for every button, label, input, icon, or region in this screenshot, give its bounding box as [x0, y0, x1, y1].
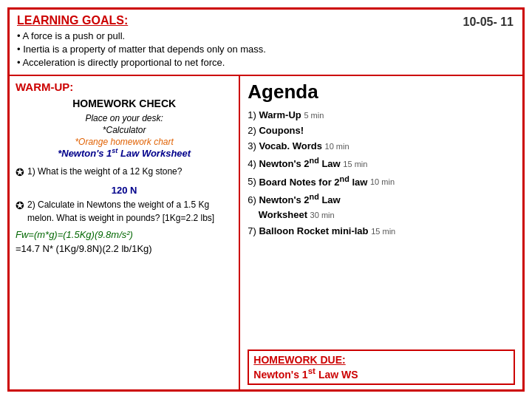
agenda-item-2: 2) Coupons!: [248, 123, 515, 138]
learning-goals-title: LEARNING GOALS:: [17, 14, 515, 27]
main-content: WARM-UP: HOMEWORK CHECK Place on your de…: [10, 76, 522, 389]
main-container: LEARNING GOALS: • A force is a push or p…: [7, 7, 525, 392]
agenda-item-5: 5) Board Notes for 2nd law 10 min: [248, 172, 515, 189]
homework-check-line1: Place on your desk:: [16, 112, 233, 125]
learning-goals-bullets: • A force is a push or pull. • Inertia i…: [17, 30, 515, 70]
question-2: ✪ 2) Calculate in Newtons the weight of …: [16, 198, 233, 225]
right-column: Agenda 1) Warm-Up 5 min 2) Coupons! 3) V…: [240, 76, 522, 389]
agenda-item-6: 6) Newton's 2nd Law Worksheet 30 min: [248, 191, 515, 223]
agenda-item-1: 1) Warm-Up 5 min: [248, 108, 515, 123]
homework-check-block: HOMEWORK CHECK Place on your desk: *Calc…: [16, 98, 233, 160]
homework-check-line4: *Newton's 1st Law Worksheet: [16, 147, 233, 159]
bullet-3: • Acceleration is directly proportional …: [17, 56, 515, 69]
homework-check-line3: *Orange homework chart: [16, 137, 233, 147]
agenda-item-7: 7) Balloon Rocket mini-lab 15 min: [248, 224, 515, 239]
learning-goals-section: LEARNING GOALS: • A force is a push or p…: [10, 10, 522, 76]
question-icon-1: ✪: [16, 165, 24, 180]
agenda-list: 1) Warm-Up 5 min 2) Coupons! 3) Vocab. W…: [248, 108, 515, 344]
homework-due-superscript: st: [308, 366, 316, 375]
formula: Fw=(m*g)=(1.5Kg)(9.8m/s²): [16, 228, 233, 242]
bullet-1: • A force is a push or pull.: [17, 30, 515, 43]
agenda-title: Agenda: [248, 81, 515, 103]
agenda-item-3: 3) Vocab. Words 10 min: [248, 139, 515, 154]
question-1: ✪ 1) What is the weight of a 12 Kg stone…: [16, 165, 233, 180]
homework-due-item: Newton's 1st Law WS: [253, 366, 509, 381]
warm-up-label: WARM-UP:: [16, 81, 233, 93]
homework-due-title: HOMEWORK DUE:: [253, 354, 509, 366]
homework-check-line2: *Calculator: [16, 124, 233, 137]
result: =14.7 N* (1Kg/9.8N)(2.2 lb/1Kg): [16, 242, 233, 256]
date-badge: 10-05- 11: [463, 16, 514, 29]
question-1-answer: 120 N: [16, 183, 233, 198]
homework-check-title: HOMEWORK CHECK: [16, 98, 233, 109]
questions-block: ✪ 1) What is the weight of a 12 Kg stone…: [16, 165, 233, 256]
bullet-2: • Inertia is a property of matter that d…: [17, 43, 515, 56]
left-column: WARM-UP: HOMEWORK CHECK Place on your de…: [10, 76, 240, 389]
homework-due-block: HOMEWORK DUE: Newton's 1st Law WS: [248, 349, 515, 385]
agenda-item-4: 4) Newton's 2nd Law 15 min: [248, 154, 515, 171]
question-icon-2: ✪: [16, 198, 24, 214]
